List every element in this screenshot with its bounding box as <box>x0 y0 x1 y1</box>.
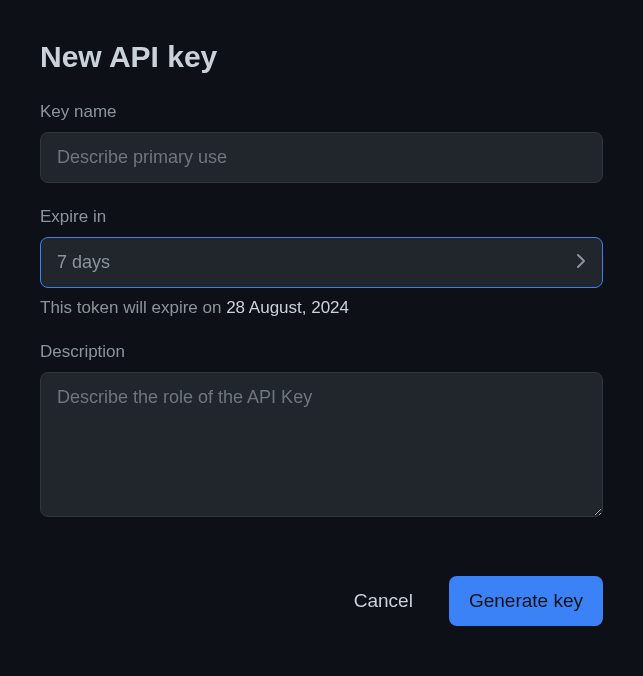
key-name-label: Key name <box>40 102 603 122</box>
description-group: Description <box>40 342 603 521</box>
description-textarea[interactable] <box>40 372 603 517</box>
chevron-right-icon <box>576 252 586 273</box>
expire-in-select[interactable]: 7 days <box>40 237 603 288</box>
generate-key-button[interactable]: Generate key <box>449 576 603 626</box>
key-name-input[interactable] <box>40 132 603 183</box>
expire-in-selected-value: 7 days <box>57 252 110 273</box>
description-label: Description <box>40 342 603 362</box>
key-name-group: Key name <box>40 102 603 183</box>
modal-title: New API key <box>40 40 603 74</box>
cancel-button[interactable]: Cancel <box>334 576 433 626</box>
expire-note: This token will expire on 28 August, 202… <box>40 298 603 318</box>
expire-in-group: Expire in 7 days This token will expire … <box>40 207 603 318</box>
button-row: Cancel Generate key <box>40 576 603 626</box>
expire-in-label: Expire in <box>40 207 603 227</box>
expire-date: 28 August, 2024 <box>226 298 349 317</box>
expire-note-prefix: This token will expire on <box>40 298 226 317</box>
